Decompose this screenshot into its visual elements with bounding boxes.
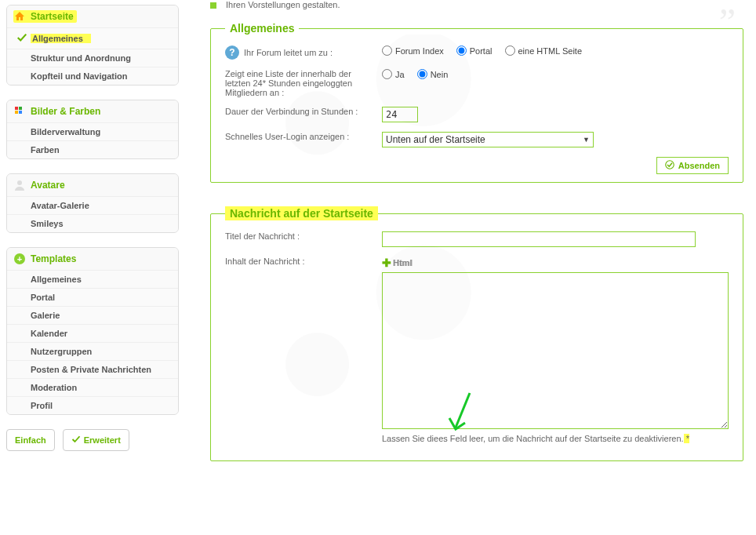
sidebar-item-tmpl-nutzergruppen[interactable]: Nutzergruppen <box>7 342 178 360</box>
list24-label: Zeigt eine Liste der innerhalb der letzt… <box>225 69 382 97</box>
svg-point-4 <box>17 180 22 185</box>
sidebar-item-label: Allgemeines <box>31 275 82 284</box>
intro-text: Ihren Vorstellungen gestalten. <box>210 0 743 9</box>
sidebar-item-label: Farben <box>31 145 60 155</box>
svg-point-5 <box>666 161 674 169</box>
svg-rect-3 <box>19 111 22 114</box>
sidebar-head-avatare: Avatare <box>7 174 178 196</box>
simple-mode-button[interactable]: Einfach <box>6 429 55 451</box>
sidebar-head-startseite: Startseite <box>7 5 178 27</box>
palette-icon <box>13 105 26 118</box>
quicklogin-select[interactable]: Unten auf der Startseite ▼ <box>382 132 594 147</box>
sidebar-item-smileys[interactable]: Smileys <box>7 214 178 232</box>
msg-hint: Lassen Sie diees Feld leer, um die Nachr… <box>382 434 689 443</box>
sidebar-item-label: Moderation <box>31 383 77 392</box>
sidebar-section-title: Startseite <box>31 11 74 22</box>
sidebar-section-title: Bilder & Farben <box>31 106 100 117</box>
avatar-icon <box>13 179 26 191</box>
sidebar-section-avatare: Avatare Avatar-Galerie Smileys <box>6 173 179 233</box>
duration-label: Dauer der Verbindung in Stunden : <box>225 107 382 116</box>
sidebar-item-label: Galerie <box>31 311 60 320</box>
svg-rect-0 <box>15 107 18 110</box>
advanced-mode-button[interactable]: Erweitert <box>63 429 129 451</box>
redirect-option-portal[interactable]: Portal <box>456 45 492 56</box>
svg-rect-2 <box>15 111 18 114</box>
sidebar-item-label: Kopfteil und Navigation <box>31 71 127 81</box>
sidebar-item-label: Struktur und Anordnung <box>31 53 131 63</box>
sidebar-section-bilder: Bilder & Farben Bilderverwaltung Farben <box>6 100 179 159</box>
sidebar-item-struktur[interactable]: Struktur und Anordnung <box>7 49 178 67</box>
check-circle-icon <box>665 160 674 171</box>
redirect-label: Ihr Forum leitet um zu : <box>244 48 333 57</box>
panel-legend: Allgemeines <box>225 22 299 35</box>
sidebar-item-label: Kalender <box>31 329 67 338</box>
msg-title-input[interactable] <box>382 231 696 247</box>
sidebar-section-title: Templates <box>31 253 76 264</box>
sidebar-item-label: Profil <box>31 401 53 410</box>
sidebar-section-startseite: Startseite Allgemeines Struktur und Anor… <box>6 5 179 86</box>
duration-input[interactable] <box>382 107 418 122</box>
sidebar-item-label: Bilderverwaltung <box>31 127 100 136</box>
help-icon[interactable]: ? <box>225 45 239 60</box>
plus-icon: ✚ <box>382 257 391 269</box>
list24-option-ja[interactable]: Ja <box>382 69 405 79</box>
panel-legend: Nachricht auf der Startseite <box>225 206 378 220</box>
sidebar-section-templates: + Templates Allgemeines Portal Galerie K… <box>6 247 179 415</box>
sidebar-item-allgemeines[interactable]: Allgemeines <box>7 27 178 49</box>
sidebar-item-tmpl-kalender[interactable]: Kalender <box>7 324 178 342</box>
svg-rect-1 <box>19 107 22 110</box>
msg-content-label: Inhalt der Nachricht : <box>225 257 382 266</box>
sidebar-section-title: Avatare <box>31 180 65 191</box>
panel-allgemeines: Allgemeines ? Ihr Forum leitet um zu : F… <box>210 22 743 183</box>
check-icon <box>16 32 27 45</box>
panel-nachricht: Nachricht auf der Startseite Titel der N… <box>210 206 743 461</box>
sidebar-item-tmpl-galerie[interactable]: Galerie <box>7 306 178 324</box>
redirect-option-html[interactable]: eine HTML Seite <box>505 45 583 56</box>
sidebar-item-label: Allgemeines <box>31 34 91 43</box>
sidebar: Startseite Allgemeines Struktur und Anor… <box>6 0 179 485</box>
sidebar-item-kopfteil[interactable]: Kopfteil und Navigation <box>7 67 178 85</box>
chevron-down-icon: ▼ <box>583 136 590 144</box>
sidebar-item-farben[interactable]: Farben <box>7 140 178 158</box>
mode-switch: Einfach Erweitert <box>6 429 179 451</box>
redirect-option-forum-index[interactable]: Forum Index <box>382 45 444 56</box>
sidebar-item-label: Portal <box>31 293 55 302</box>
msg-content-textarea[interactable] <box>382 272 729 429</box>
sidebar-item-bilderverwaltung[interactable]: Bilderverwaltung <box>7 122 178 140</box>
list24-option-nein[interactable]: Nein <box>417 69 449 79</box>
sidebar-item-avatar-galerie[interactable]: Avatar-Galerie <box>7 196 178 214</box>
check-icon <box>71 435 81 446</box>
main-content: ” Ihren Vorstellungen gestalten. Allgeme… <box>179 0 750 485</box>
submit-button[interactable]: Absenden <box>656 157 729 174</box>
sidebar-item-label: Avatar-Galerie <box>31 201 89 210</box>
sidebar-head-bilder: Bilder & Farben <box>7 100 178 122</box>
sidebar-item-label: Smileys <box>31 219 64 228</box>
house-icon <box>13 10 26 23</box>
sidebar-item-label: Nutzergruppen <box>31 347 92 356</box>
sidebar-item-tmpl-moderation[interactable]: Moderation <box>7 378 178 396</box>
html-toggle[interactable]: ✚ Html <box>382 257 412 269</box>
msg-title-label: Titel der Nachricht : <box>225 231 382 241</box>
bullet-icon <box>210 2 216 9</box>
plus-circle-icon: + <box>13 253 26 265</box>
quicklogin-label: Schnelles User-Login anzeigen : <box>225 132 382 141</box>
sidebar-item-tmpl-profil[interactable]: Profil <box>7 396 178 414</box>
sidebar-item-tmpl-allgemeines[interactable]: Allgemeines <box>7 270 178 288</box>
sidebar-item-label: Posten & Private Nachrichten <box>31 365 151 374</box>
sidebar-item-tmpl-posten[interactable]: Posten & Private Nachrichten <box>7 360 178 378</box>
sidebar-head-templates: + Templates <box>7 248 178 270</box>
sidebar-item-tmpl-portal[interactable]: Portal <box>7 288 178 306</box>
